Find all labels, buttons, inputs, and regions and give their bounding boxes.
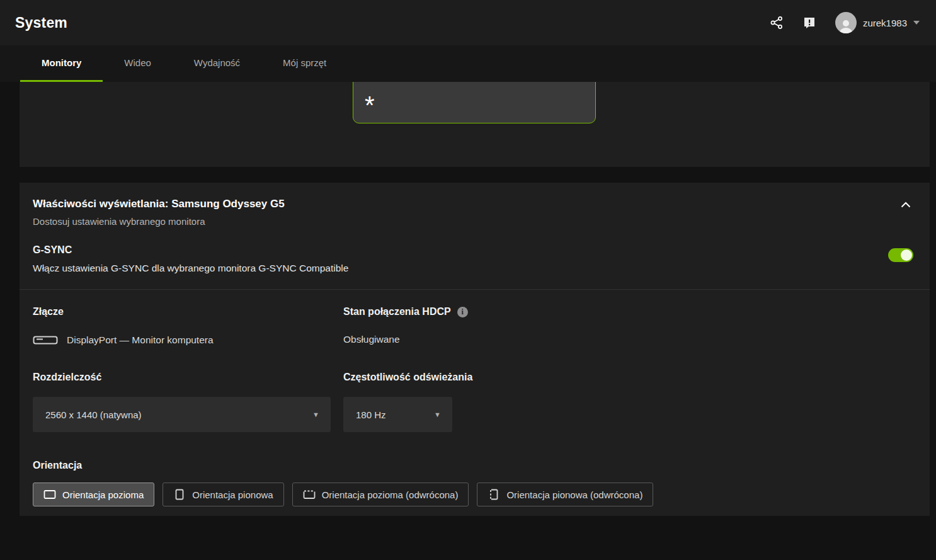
orientation-buttons: Orientacja pozioma Orientacja pionowa: [33, 483, 916, 506]
tab-moj-sprzet[interactable]: Mój sprzęt: [261, 45, 348, 82]
refresh-rate-dropdown[interactable]: 180 Hz ▼: [343, 397, 452, 432]
connector-value-row: DisplayPort — Monitor komputera: [33, 334, 343, 346]
connector-label: Złącze: [33, 306, 343, 317]
connection-info-section: Złącze DisplayPort — Monitor komputera S…: [20, 290, 930, 346]
resolution-label: Rozdzielczość: [33, 372, 343, 383]
resolution-section: Rozdzielczość 2560 x 1440 (natywna) ▼ Cz…: [20, 346, 930, 432]
orientation-portrait-button[interactable]: Orientacja pionowa: [163, 483, 283, 506]
orientation-section: Orientacja Orientacja pozioma Orientacja…: [20, 432, 930, 506]
info-icon[interactable]: i: [457, 307, 468, 317]
orientation-landscape-flipped-button[interactable]: Orientacja pozioma (odwrócona): [292, 483, 469, 506]
hdcp-value: Obsługiwane: [343, 334, 400, 345]
username: zurek1983: [863, 18, 907, 28]
share-icon[interactable]: [770, 16, 784, 30]
topbar: System zurek1983: [0, 0, 936, 45]
connector-value: DisplayPort — Monitor komputera: [67, 334, 214, 346]
hdcp-label: Stan połączenia HDCP: [343, 306, 451, 317]
chevron-down-icon: ▼: [312, 411, 319, 418]
chevron-down-icon: ▼: [434, 411, 441, 418]
account-menu[interactable]: zurek1983: [835, 12, 920, 33]
caret-down-icon: [913, 21, 920, 25]
displayport-icon: [33, 334, 58, 346]
card-title: Właściwości wyświetlania: Samsung Odysse…: [33, 198, 285, 210]
display-properties-card: Właściwości wyświetlania: Samsung Odysse…: [20, 183, 930, 516]
card-subtitle: Dostosuj ustawienia wybranego monitora: [33, 216, 285, 227]
primary-monitor-star: *: [353, 94, 375, 123]
topbar-actions: zurek1983: [770, 12, 920, 33]
monitor-selector-card: *: [20, 82, 930, 167]
refresh-rate-label: Częstotliwość odświeżania: [343, 372, 916, 383]
tabbar: Monitory Wideo Wydajność Mój sprzęt: [0, 45, 936, 82]
orientation-landscape-button[interactable]: Orientacja pozioma: [33, 483, 154, 506]
landscape-flipped-icon: [303, 489, 316, 500]
card-gap: [0, 167, 936, 183]
tab-monitory[interactable]: Monitory: [20, 45, 103, 82]
avatar: [835, 12, 857, 33]
toggle-knob: [901, 249, 912, 261]
portrait-icon: [173, 489, 186, 500]
landscape-icon: [43, 489, 56, 500]
tab-wydajnosc[interactable]: Wydajność: [173, 45, 261, 82]
gsync-description: Włącz ustawienia G-SYNC dla wybranego mo…: [33, 263, 348, 274]
portrait-flipped-icon: [488, 489, 500, 500]
gsync-title: G-SYNC: [33, 244, 348, 256]
chevron-up-icon[interactable]: [901, 202, 911, 208]
orientation-label: Orientacja: [33, 460, 916, 471]
orientation-portrait-flipped-button[interactable]: Orientacja pionowa (odwrócona): [477, 483, 653, 506]
selected-monitor-tile[interactable]: *: [353, 82, 596, 123]
resolution-dropdown[interactable]: 2560 x 1440 (natywna) ▼: [33, 397, 331, 432]
refresh-rate-value: 180 Hz: [356, 409, 386, 420]
gsync-row: G-SYNC Włącz ustawienia G-SYNC dla wybra…: [20, 237, 930, 274]
feedback-icon[interactable]: [802, 16, 816, 30]
gsync-toggle[interactable]: [888, 248, 913, 262]
tab-wideo[interactable]: Wideo: [103, 45, 173, 82]
display-properties-header: Właściwości wyświetlania: Samsung Odysse…: [20, 183, 930, 237]
resolution-value: 2560 x 1440 (natywna): [45, 409, 142, 420]
page-title: System: [15, 14, 67, 31]
